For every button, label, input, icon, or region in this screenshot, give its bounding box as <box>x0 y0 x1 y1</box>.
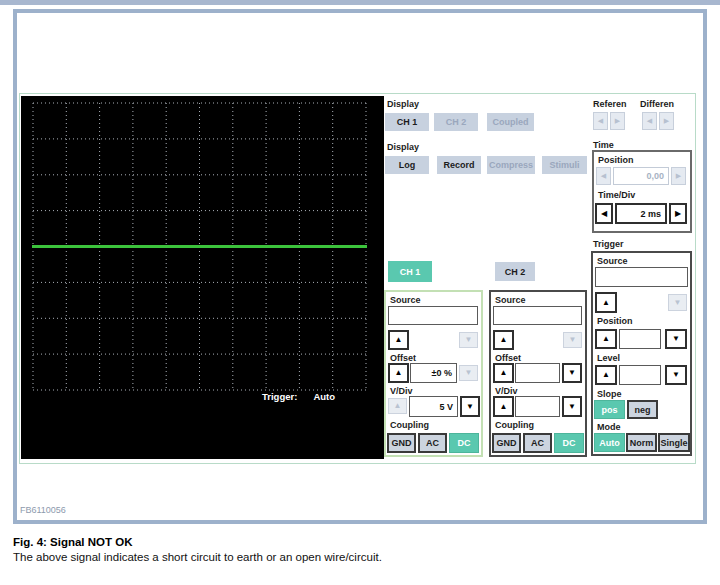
trigger-level-down-button[interactable]: ▼ <box>665 365 687 385</box>
ch2-source-down-button: ▼ <box>563 332 582 348</box>
trigger-source-up-button[interactable]: ▲ <box>595 292 617 313</box>
display-modes-label: Display <box>387 142 419 152</box>
right-arrow-icon: ▶ <box>675 210 681 218</box>
left-arrow-icon: ◀ <box>598 117 603 125</box>
trigger-source-label: Source <box>597 256 628 266</box>
timediv-decrement-button[interactable]: ◀ <box>595 203 613 224</box>
trigger-status-label: Trigger: <box>262 391 297 402</box>
trigger-position-up-button[interactable]: ▲ <box>595 329 617 349</box>
ch2-vdiv-value <box>515 396 560 417</box>
ch1-coupling-gnd-button[interactable]: GND <box>387 433 416 453</box>
ch1-vdiv-up-button: ▲ <box>388 398 407 414</box>
trigger-source-input[interactable] <box>595 267 688 287</box>
ch1-source-up-button[interactable]: ▲ <box>388 330 409 350</box>
up-arrow-icon: ▲ <box>602 335 610 343</box>
ch1-offset-label: Offset <box>390 353 416 363</box>
log-button[interactable]: Log <box>385 156 429 174</box>
ch2-vdiv-up-button[interactable]: ▲ <box>493 396 514 417</box>
ch2-offset-value <box>515 363 560 383</box>
timediv-label: Time/Div <box>598 190 635 200</box>
scope-grid-and-trace <box>21 96 384 459</box>
up-arrow-icon: ▲ <box>602 299 610 307</box>
ch1-source-label: Source <box>390 295 421 305</box>
trigger-source-down-button: ▼ <box>668 294 687 311</box>
ch2-vdiv-down-button[interactable]: ▼ <box>562 396 582 417</box>
reference-label: Referen <box>593 99 627 109</box>
ch2-coupling-ac-button[interactable]: AC <box>523 433 552 453</box>
ch1-source-input[interactable] <box>388 306 478 325</box>
oscilloscope-screen: Trigger: Auto <box>21 96 384 459</box>
up-arrow-icon: ▲ <box>395 369 403 377</box>
ch1-panel: Source ▲ ▼ Offset ▲ ±0 % ▼ V/Div ▲ 5 V ▼… <box>384 290 483 457</box>
ch1-vdiv-label: V/Div <box>390 386 413 396</box>
reference-next-button: ▶ <box>610 112 625 130</box>
trigger-mode-label: Mode <box>597 422 621 432</box>
trigger-level-label: Level <box>597 353 620 363</box>
display-channels-label: Display <box>387 99 419 109</box>
trigger-position-label: Position <box>597 316 633 326</box>
down-arrow-icon: ▼ <box>569 336 577 344</box>
ch2-vdiv-label: V/Div <box>495 386 518 396</box>
ch2-tab[interactable]: CH 2 <box>495 262 535 281</box>
compress-button: Compress <box>487 156 535 174</box>
trigger-status-value: Auto <box>313 391 335 402</box>
left-arrow-icon: ◀ <box>647 117 652 125</box>
record-button[interactable]: Record <box>437 156 481 174</box>
up-arrow-icon: ▲ <box>395 336 403 344</box>
up-arrow-icon: ▲ <box>602 371 610 379</box>
stimuli-button: Stimuli <box>542 156 587 174</box>
trigger-slope-label: Slope <box>597 389 622 399</box>
ch2-source-label: Source <box>495 295 526 305</box>
top-divider-bar <box>0 0 720 5</box>
timediv-value: 2 ms <box>615 203 667 224</box>
right-arrow-icon: ▶ <box>676 172 681 180</box>
time-position-increment-button: ▶ <box>671 167 686 185</box>
ch2-source-up-button[interactable]: ▲ <box>493 330 514 350</box>
down-arrow-icon: ▼ <box>568 403 576 411</box>
time-position-value: 0,00 <box>613 167 669 185</box>
display-ch1-button[interactable]: CH 1 <box>385 113 429 131</box>
ch2-panel: Source ▲ ▼ Offset ▲ ▼ V/Div ▲ ▼ Coupling… <box>489 290 587 457</box>
ch1-offset-up-button[interactable]: ▲ <box>388 363 409 383</box>
time-groupbox: Position ◀ 0,00 ▶ Time/Div ◀ 2 ms ▶ <box>592 150 692 233</box>
difference-label: Differen <box>640 99 674 109</box>
left-arrow-icon: ◀ <box>601 172 606 180</box>
time-group-label: Time <box>593 140 614 150</box>
down-arrow-icon: ▼ <box>672 371 680 379</box>
trigger-mode-auto-button[interactable]: Auto <box>594 433 625 452</box>
right-arrow-icon: ▶ <box>615 117 620 125</box>
up-arrow-icon: ▲ <box>500 403 508 411</box>
trigger-slope-pos-button[interactable]: pos <box>594 400 625 419</box>
ch2-coupling-gnd-button[interactable]: GND <box>492 433 521 453</box>
difference-prev-button: ◀ <box>642 112 657 130</box>
caption-body: The above signal indicates a short circu… <box>13 551 382 563</box>
trigger-position-down-button[interactable]: ▼ <box>665 329 687 349</box>
trigger-status: Trigger: Auto <box>262 391 335 402</box>
down-arrow-icon: ▼ <box>465 336 473 344</box>
ch2-coupling-dc-button[interactable]: DC <box>554 433 584 453</box>
ch2-source-input[interactable] <box>493 306 582 325</box>
trigger-level-up-button[interactable]: ▲ <box>595 365 617 385</box>
ch1-coupling-dc-button[interactable]: DC <box>449 433 479 453</box>
difference-next-button: ▶ <box>659 112 674 130</box>
timediv-increment-button[interactable]: ▶ <box>669 203 687 224</box>
ch1-vdiv-down-button[interactable]: ▼ <box>460 396 480 417</box>
time-position-label: Position <box>598 155 634 165</box>
ch1-offset-down-button: ▼ <box>459 365 478 381</box>
display-coupled-button: Coupled <box>487 113 534 131</box>
ch1-coupling-label: Coupling <box>390 420 429 430</box>
up-arrow-icon: ▲ <box>500 336 508 344</box>
trigger-mode-norm-button[interactable]: Norm <box>626 433 657 452</box>
ch1-coupling-ac-button[interactable]: AC <box>418 433 447 453</box>
ch1-tab[interactable]: CH 1 <box>388 261 432 282</box>
ch2-offset-down-button[interactable]: ▼ <box>562 363 582 383</box>
trigger-group-label: Trigger <box>593 239 624 249</box>
ch1-offset-value: ±0 % <box>410 363 457 383</box>
ch2-offset-up-button[interactable]: ▲ <box>493 363 514 383</box>
up-arrow-icon: ▲ <box>500 369 508 377</box>
trigger-slope-neg-button[interactable]: neg <box>627 400 658 419</box>
time-position-decrement-button: ◀ <box>596 167 611 185</box>
trigger-level-value <box>619 365 661 385</box>
trigger-mode-single-button[interactable]: Single <box>658 433 690 452</box>
trigger-position-value <box>619 329 661 349</box>
